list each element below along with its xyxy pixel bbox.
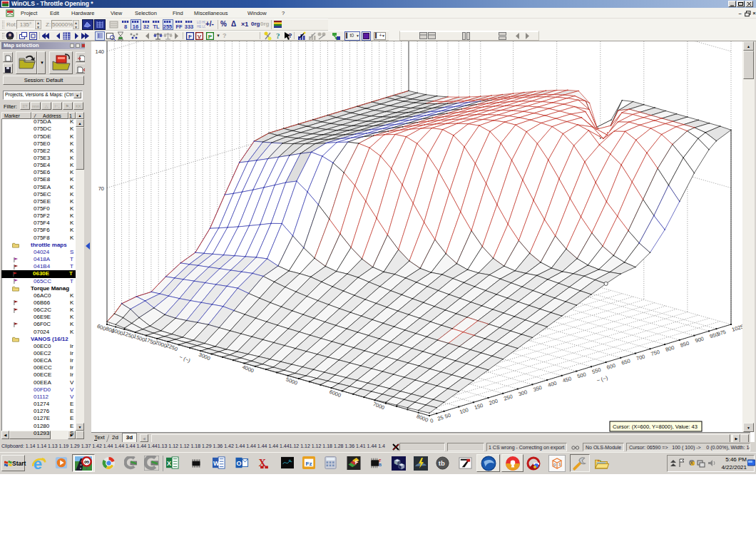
svg-text:0: 0 (553, 463, 556, 467)
svg-text:8: 8 (124, 24, 127, 30)
svg-text:V: V (198, 34, 202, 40)
svg-text:255: 255 (163, 24, 173, 30)
svg-text:140: 140 (95, 48, 104, 55)
svg-text:333: 333 (185, 24, 194, 30)
svg-text:16: 16 (133, 24, 138, 30)
svg-text:32: 32 (143, 24, 149, 30)
svg-text:?: ? (276, 31, 280, 40)
svg-text:900: 900 (694, 335, 705, 344)
svg-text:850: 850 (680, 340, 690, 349)
svg-text:250: 250 (503, 393, 514, 401)
svg-text:650: 650 (620, 357, 631, 366)
svg-text:350: 350 (532, 384, 543, 393)
svg-text:70: 70 (98, 185, 104, 192)
svg-text:600: 600 (606, 362, 617, 371)
svg-text:800: 800 (665, 344, 675, 353)
svg-text:550: 550 (591, 366, 602, 375)
svg-text:450: 450 (562, 375, 573, 384)
svg-text:975: 975 (716, 329, 727, 337)
svg-text:50: 50 (444, 412, 452, 420)
svg-text:O: O (236, 460, 241, 467)
svg-text:0: 0 (429, 417, 434, 424)
svg-text:?: ? (288, 32, 292, 39)
svg-text:700: 700 (635, 353, 646, 361)
svg-text:HE LO: HE LO (197, 25, 205, 29)
svg-text:100: 100 (459, 406, 469, 415)
svg-text:FF: FF (175, 24, 183, 30)
svg-text:X: X (167, 460, 171, 467)
svg-text:300: 300 (518, 389, 528, 397)
svg-text:~ (~): ~ (~) (178, 354, 192, 364)
svg-text:TL: TL (153, 24, 160, 30)
svg-text:LO HI: LO HI (197, 21, 205, 24)
svg-text:tb: tb (439, 459, 445, 467)
svg-text:150: 150 (474, 402, 484, 411)
svg-text:F: F (355, 460, 358, 465)
svg-text:25: 25 (436, 414, 444, 422)
svg-text:B: B (379, 463, 382, 467)
svg-text:W: W (213, 460, 220, 467)
svg-text:7000: 7000 (372, 401, 386, 411)
svg-text:8000: 8000 (416, 413, 429, 424)
svg-text:400: 400 (547, 380, 558, 389)
svg-text:∞: ∞ (84, 458, 89, 466)
svg-text:~ (~): ~ (~) (596, 374, 608, 384)
svg-text:Fz: Fz (306, 461, 312, 467)
svg-text:F: F (379, 458, 381, 463)
svg-text:F: F (188, 34, 192, 40)
svg-text:200: 200 (488, 398, 499, 406)
svg-text:Cursor: (X=600, Y=8000), Value: Cursor: (X=600, Y=8000), Value: 43 (613, 424, 698, 430)
svg-text:750: 750 (650, 349, 660, 357)
svg-text:P: P (208, 34, 213, 40)
svg-text:500: 500 (576, 371, 587, 379)
